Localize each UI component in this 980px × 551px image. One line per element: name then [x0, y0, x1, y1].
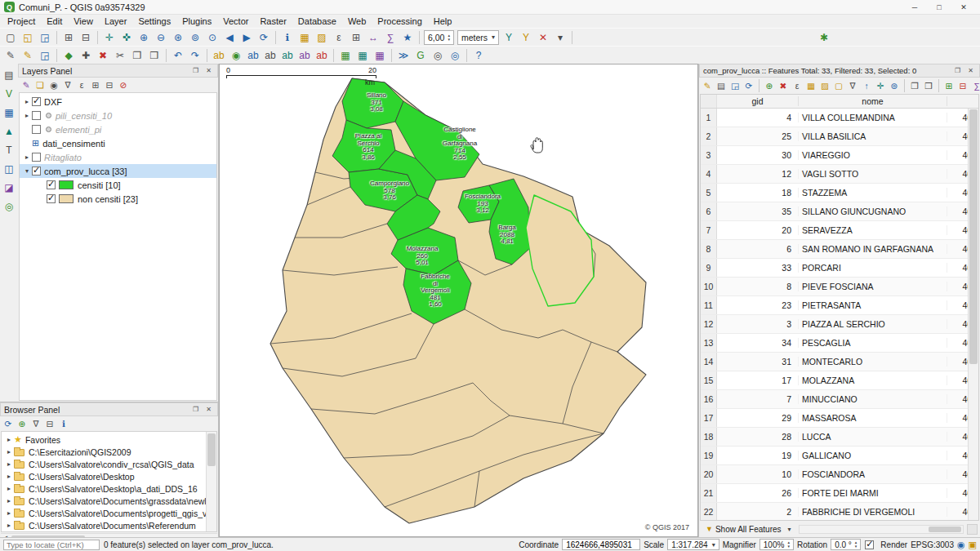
- cell-nome[interactable]: PESCAGLIA: [799, 338, 947, 348]
- browser-vertical-scrollbar[interactable]: [206, 432, 216, 531]
- layer-item-dati-censimenti[interactable]: ⊞dati_censimenti: [20, 136, 216, 150]
- units-combo[interactable]: meters ▾: [457, 30, 499, 45]
- cell-gid[interactable]: 12: [717, 169, 799, 179]
- move-selection-to-top-button[interactable]: ↑: [860, 79, 873, 92]
- new-project-button[interactable]: ▢: [2, 29, 19, 46]
- rotation-spin[interactable]: 0.0 ° ▴▾: [831, 539, 861, 550]
- menu-vector[interactable]: Vector: [217, 16, 254, 27]
- cell-nome[interactable]: PIEVE FOSCIANA: [799, 282, 947, 291]
- float-panel-button[interactable]: ❐: [190, 67, 201, 74]
- save-project-button[interactable]: ◲: [37, 29, 53, 46]
- cell-gid[interactable]: 4: [717, 113, 799, 122]
- table-row[interactable]: 108PIEVE FOSCIANA460: [701, 278, 978, 296]
- grass-tools-button[interactable]: G: [412, 47, 429, 64]
- layer-item-elementi-pi[interactable]: elementi_pi: [20, 122, 216, 136]
- add-group-button[interactable]: ❏: [33, 78, 47, 91]
- render-checkbox[interactable]: [865, 540, 874, 549]
- filter-browser-button[interactable]: ∇: [29, 417, 42, 430]
- cell-nome[interactable]: MOLAZZANA: [799, 375, 947, 385]
- cell-gid[interactable]: 17: [717, 375, 799, 385]
- table-row[interactable]: 635SILLANO GIUNCUGNANO460: [701, 202, 978, 221]
- column-header-gid[interactable]: gid: [717, 96, 799, 106]
- row-number-cell[interactable]: 12: [701, 315, 717, 333]
- row-number-cell[interactable]: 7: [701, 221, 717, 239]
- close-panel-button[interactable]: ✕: [203, 406, 214, 413]
- cell-gid[interactable]: 10: [717, 469, 799, 479]
- pan-map-button[interactable]: ✛: [101, 29, 118, 46]
- row-number-cell[interactable]: 16: [701, 390, 717, 408]
- menu-settings[interactable]: Settings: [132, 16, 176, 27]
- cell-gid[interactable]: 7: [717, 394, 799, 404]
- menu-layer[interactable]: Layer: [99, 16, 133, 27]
- cell-nome[interactable]: PIAZZA AL SERCHIO: [799, 319, 947, 329]
- cell-gid[interactable]: 20: [717, 225, 799, 235]
- move-label-button[interactable]: ab: [279, 47, 296, 64]
- select-by-expression-button[interactable]: ε: [791, 79, 804, 92]
- paste-features-button[interactable]: ❒: [146, 47, 163, 64]
- close-panel-button[interactable]: ✕: [965, 67, 976, 74]
- table-row[interactable]: 933PORCARI460: [701, 259, 978, 278]
- add-postgis-layer-button[interactable]: ◫: [1, 161, 17, 177]
- row-number-cell[interactable]: 19: [701, 447, 717, 464]
- paste-button[interactable]: ❒: [922, 79, 935, 92]
- value-spinbox[interactable]: 6,00 ▴▾: [424, 30, 454, 45]
- select-all-button[interactable]: ▦: [804, 79, 817, 92]
- add-spatialite-layer-button[interactable]: ◪: [1, 180, 17, 196]
- vertex-tool-button[interactable]: ✚: [78, 47, 94, 64]
- undo-button[interactable]: ↶: [170, 47, 186, 64]
- expander-icon[interactable]: ▸: [5, 522, 13, 529]
- cell-gid[interactable]: 29: [717, 413, 799, 423]
- row-number-cell[interactable]: 1: [701, 109, 717, 127]
- minimize-button[interactable]: ─: [902, 1, 927, 14]
- cell-nome[interactable]: MASSAROSA: [799, 413, 947, 423]
- collapse-all-button[interactable]: ⊟: [43, 417, 56, 430]
- cell-nome[interactable]: SILLANO GIUNCUGNANO: [799, 207, 947, 216]
- statistical-summary-button[interactable]: ∑: [382, 29, 399, 46]
- table-row[interactable]: 222FABBRICHE DI VERGEMOLI460: [701, 503, 978, 520]
- filter-legend-button[interactable]: ∇: [61, 78, 74, 91]
- cell-nome[interactable]: VILLA BASILICA: [799, 131, 947, 141]
- row-number-cell[interactable]: 2: [701, 127, 717, 145]
- row-number-cell[interactable]: 22: [701, 503, 717, 520]
- cell-gid[interactable]: 26: [717, 488, 799, 498]
- table-row[interactable]: 1123PIETRASANTA460: [701, 296, 978, 315]
- magnifier-spin[interactable]: 100% ▴▾: [760, 539, 794, 550]
- row-number-cell[interactable]: 9: [701, 259, 717, 277]
- refresh-browser-button[interactable]: ⟳: [2, 417, 15, 430]
- cell-nome[interactable]: FABBRICHE DI VERGEMOLI: [799, 507, 947, 517]
- filter-select-button[interactable]: ∇: [846, 79, 859, 92]
- layer-item-non-censiti-23[interactable]: non censiti [23]: [20, 192, 216, 206]
- browser-item-c-users-salvatore-documents-progetti-qgis-v[interactable]: ▸C:\Users\Salvatore\Documents\progetti_q…: [2, 507, 216, 519]
- zoom-next-button[interactable]: ▶: [238, 29, 255, 46]
- table-row[interactable]: 123PIAZZA AL SERCHIO460: [701, 315, 978, 334]
- scrollbar-thumb[interactable]: [207, 433, 216, 466]
- cell-gid[interactable]: 3: [717, 319, 799, 329]
- menu-database[interactable]: Database: [292, 16, 342, 27]
- identify-features-button[interactable]: ℹ: [279, 29, 296, 46]
- add-vector-layer-button[interactable]: V: [1, 86, 17, 102]
- column-header-rownum[interactable]: [701, 95, 717, 108]
- add-delimited-text-layer-button[interactable]: T: [1, 142, 17, 158]
- add-wms-layer-button[interactable]: ◎: [1, 198, 17, 215]
- table-row[interactable]: 1729MASSAROSA460: [701, 409, 978, 428]
- row-number-cell[interactable]: 21: [701, 484, 717, 502]
- cell-gid[interactable]: 8: [717, 282, 799, 291]
- cell-gid[interactable]: 6: [717, 244, 799, 254]
- cell-nome[interactable]: SERAVEZZA: [799, 225, 947, 235]
- table-row[interactable]: 1919GALLICANO460: [701, 447, 978, 465]
- processing-toolbox-button[interactable]: ✱: [816, 29, 832, 46]
- column-header-nome[interactable]: nome: [799, 96, 947, 106]
- zoom-to-selection-button[interactable]: ⊚: [187, 29, 203, 46]
- zoom-full-button[interactable]: ⊛: [170, 29, 186, 46]
- add-polygon-feature-button[interactable]: ◆: [60, 47, 77, 64]
- cell-gid[interactable]: 28: [717, 432, 799, 442]
- layer-item-pili-censiti-10[interactable]: ▸pili_censiti_10: [20, 109, 216, 122]
- delete-field-button[interactable]: ⊟: [956, 79, 969, 92]
- rotate-label-button[interactable]: ab: [296, 47, 313, 64]
- menu-plugins[interactable]: Plugins: [176, 16, 217, 27]
- browser-item-c-users-salvatore-documents-referendum[interactable]: ▸C:\Users\Salvatore\Documents\Referendum: [2, 519, 216, 531]
- layer-item-censiti-10[interactable]: censiti [10]: [20, 178, 216, 192]
- table-row[interactable]: 86SAN ROMANO IN GARFAGNANA460: [701, 240, 978, 259]
- show-all-features-button[interactable]: ▼ Show All Features ▾: [702, 523, 795, 535]
- open-project-button[interactable]: ◱: [20, 29, 36, 46]
